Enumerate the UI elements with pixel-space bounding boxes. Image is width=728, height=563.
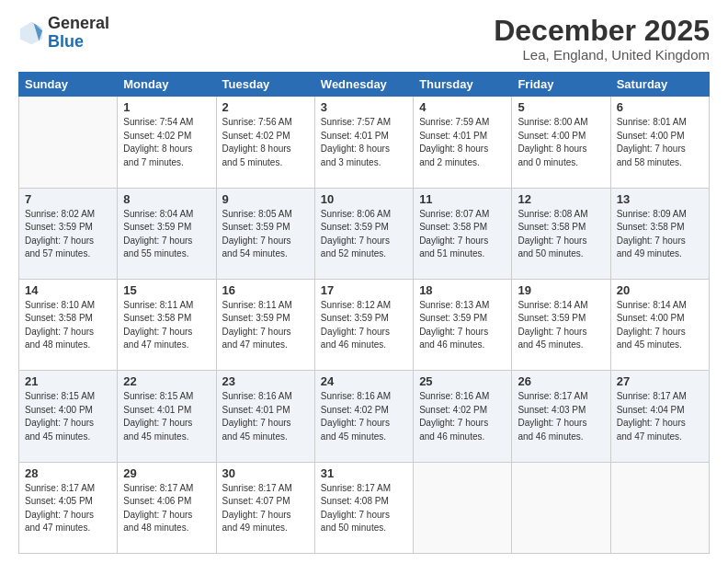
day-number: 8: [123, 192, 210, 206]
day-number: 3: [321, 100, 407, 114]
day-number: 25: [419, 374, 506, 388]
day-info: Sunrise: 8:10 AMSunset: 3:58 PMDaylight:…: [25, 299, 111, 352]
calendar-header-saturday: Saturday: [610, 73, 709, 97]
day-number: 31: [321, 466, 407, 480]
day-number: 16: [222, 283, 309, 297]
calendar-header-sunday: Sunday: [19, 73, 118, 97]
calendar-cell: 10Sunrise: 8:06 AMSunset: 3:59 PMDayligh…: [314, 188, 413, 279]
day-number: 26: [518, 374, 604, 388]
calendar-week-row: 7Sunrise: 8:02 AMSunset: 3:59 PMDaylight…: [19, 188, 710, 279]
day-info: Sunrise: 8:17 AMSunset: 4:07 PMDaylight:…: [222, 482, 309, 535]
day-number: 30: [222, 466, 309, 480]
day-info: Sunrise: 8:14 AMSunset: 4:00 PMDaylight:…: [617, 299, 703, 352]
day-info: Sunrise: 8:17 AMSunset: 4:04 PMDaylight:…: [617, 390, 703, 443]
calendar-cell: 17Sunrise: 8:12 AMSunset: 3:59 PMDayligh…: [314, 279, 413, 370]
calendar-header-row: SundayMondayTuesdayWednesdayThursdayFrid…: [19, 73, 710, 97]
calendar-cell: 12Sunrise: 8:08 AMSunset: 3:58 PMDayligh…: [512, 188, 610, 279]
calendar-cell: 28Sunrise: 8:17 AMSunset: 4:05 PMDayligh…: [19, 462, 118, 553]
calendar-cell: 26Sunrise: 8:17 AMSunset: 4:03 PMDayligh…: [512, 371, 610, 462]
month-title: December 2025: [494, 15, 710, 47]
page: General Blue December 2025 Lea, England,…: [0, 0, 728, 563]
day-number: 15: [123, 283, 210, 297]
day-number: 12: [518, 192, 604, 206]
day-number: 2: [222, 100, 309, 114]
calendar-cell: 16Sunrise: 8:11 AMSunset: 3:59 PMDayligh…: [216, 279, 314, 370]
calendar-header-thursday: Thursday: [414, 73, 512, 97]
day-number: 19: [518, 283, 604, 297]
day-info: Sunrise: 7:57 AMSunset: 4:01 PMDaylight:…: [321, 116, 407, 169]
calendar-cell: 9Sunrise: 8:05 AMSunset: 3:59 PMDaylight…: [216, 188, 314, 279]
calendar-header-friday: Friday: [512, 73, 610, 97]
day-number: 24: [321, 374, 407, 388]
calendar-cell: [19, 97, 118, 188]
day-number: 28: [25, 466, 111, 480]
calendar-cell: 22Sunrise: 8:15 AMSunset: 4:01 PMDayligh…: [118, 371, 216, 462]
day-number: 22: [123, 374, 210, 388]
day-number: 6: [617, 100, 703, 114]
calendar-cell: 11Sunrise: 8:07 AMSunset: 3:58 PMDayligh…: [414, 188, 512, 279]
day-info: Sunrise: 8:09 AMSunset: 3:58 PMDaylight:…: [617, 208, 703, 261]
calendar-cell: 20Sunrise: 8:14 AMSunset: 4:00 PMDayligh…: [610, 279, 709, 370]
calendar-cell: 24Sunrise: 8:16 AMSunset: 4:02 PMDayligh…: [314, 371, 413, 462]
calendar-cell: 27Sunrise: 8:17 AMSunset: 4:04 PMDayligh…: [610, 371, 709, 462]
day-info: Sunrise: 8:02 AMSunset: 3:59 PMDaylight:…: [25, 208, 111, 261]
calendar-cell: 29Sunrise: 8:17 AMSunset: 4:06 PMDayligh…: [118, 462, 216, 553]
day-number: 11: [419, 192, 506, 206]
logo-text: General Blue: [48, 15, 109, 52]
calendar-week-row: 14Sunrise: 8:10 AMSunset: 3:58 PMDayligh…: [19, 279, 710, 370]
calendar-cell: 8Sunrise: 8:04 AMSunset: 3:59 PMDaylight…: [118, 188, 216, 279]
day-info: Sunrise: 7:54 AMSunset: 4:02 PMDaylight:…: [123, 116, 210, 169]
day-info: Sunrise: 8:05 AMSunset: 3:59 PMDaylight:…: [222, 208, 309, 261]
day-number: 5: [518, 100, 604, 114]
day-info: Sunrise: 8:11 AMSunset: 3:59 PMDaylight:…: [222, 299, 309, 352]
day-info: Sunrise: 8:07 AMSunset: 3:58 PMDaylight:…: [419, 208, 506, 261]
calendar-cell: 18Sunrise: 8:13 AMSunset: 3:59 PMDayligh…: [414, 279, 512, 370]
logo: General Blue: [18, 15, 109, 52]
day-info: Sunrise: 8:17 AMSunset: 4:05 PMDaylight:…: [25, 482, 111, 535]
day-number: 9: [222, 192, 309, 206]
day-info: Sunrise: 8:16 AMSunset: 4:02 PMDaylight:…: [321, 390, 407, 443]
day-info: Sunrise: 8:00 AMSunset: 4:00 PMDaylight:…: [518, 116, 604, 169]
day-info: Sunrise: 8:17 AMSunset: 4:08 PMDaylight:…: [321, 482, 407, 535]
day-number: 27: [617, 374, 703, 388]
calendar-cell: [610, 462, 709, 553]
logo-blue: Blue: [48, 33, 109, 52]
day-info: Sunrise: 7:56 AMSunset: 4:02 PMDaylight:…: [222, 116, 309, 169]
calendar-cell: 5Sunrise: 8:00 AMSunset: 4:00 PMDaylight…: [512, 97, 610, 188]
day-info: Sunrise: 8:12 AMSunset: 3:59 PMDaylight:…: [321, 299, 407, 352]
day-info: Sunrise: 8:15 AMSunset: 4:00 PMDaylight:…: [25, 390, 111, 443]
day-number: 29: [123, 466, 210, 480]
calendar-cell: 14Sunrise: 8:10 AMSunset: 3:58 PMDayligh…: [19, 279, 118, 370]
day-info: Sunrise: 7:59 AMSunset: 4:01 PMDaylight:…: [419, 116, 506, 169]
day-number: 17: [321, 283, 407, 297]
day-number: 23: [222, 374, 309, 388]
calendar-cell: [512, 462, 610, 553]
day-info: Sunrise: 8:16 AMSunset: 4:02 PMDaylight:…: [419, 390, 506, 443]
calendar-cell: 31Sunrise: 8:17 AMSunset: 4:08 PMDayligh…: [314, 462, 413, 553]
location: Lea, England, United Kingdom: [494, 47, 710, 63]
calendar-cell: 13Sunrise: 8:09 AMSunset: 3:58 PMDayligh…: [610, 188, 709, 279]
calendar-cell: [414, 462, 512, 553]
calendar-cell: 7Sunrise: 8:02 AMSunset: 3:59 PMDaylight…: [19, 188, 118, 279]
title-area: December 2025 Lea, England, United Kingd…: [494, 15, 710, 63]
calendar-cell: 1Sunrise: 7:54 AMSunset: 4:02 PMDaylight…: [118, 97, 216, 188]
day-info: Sunrise: 8:16 AMSunset: 4:01 PMDaylight:…: [222, 390, 309, 443]
calendar-cell: 21Sunrise: 8:15 AMSunset: 4:00 PMDayligh…: [19, 371, 118, 462]
day-number: 20: [617, 283, 703, 297]
calendar-cell: 3Sunrise: 7:57 AMSunset: 4:01 PMDaylight…: [314, 97, 413, 188]
day-info: Sunrise: 8:14 AMSunset: 3:59 PMDaylight:…: [518, 299, 604, 352]
day-number: 18: [419, 283, 506, 297]
day-number: 1: [123, 100, 210, 114]
day-number: 13: [617, 192, 703, 206]
day-info: Sunrise: 8:06 AMSunset: 3:59 PMDaylight:…: [321, 208, 407, 261]
logo-icon: [18, 20, 44, 46]
day-info: Sunrise: 8:15 AMSunset: 4:01 PMDaylight:…: [123, 390, 210, 443]
calendar-cell: 15Sunrise: 8:11 AMSunset: 3:58 PMDayligh…: [118, 279, 216, 370]
calendar-cell: 19Sunrise: 8:14 AMSunset: 3:59 PMDayligh…: [512, 279, 610, 370]
calendar-cell: 23Sunrise: 8:16 AMSunset: 4:01 PMDayligh…: [216, 371, 314, 462]
calendar-header-wednesday: Wednesday: [314, 73, 413, 97]
day-number: 14: [25, 283, 111, 297]
day-info: Sunrise: 8:17 AMSunset: 4:03 PMDaylight:…: [518, 390, 604, 443]
header: General Blue December 2025 Lea, England,…: [18, 15, 710, 63]
day-info: Sunrise: 8:13 AMSunset: 3:59 PMDaylight:…: [419, 299, 506, 352]
